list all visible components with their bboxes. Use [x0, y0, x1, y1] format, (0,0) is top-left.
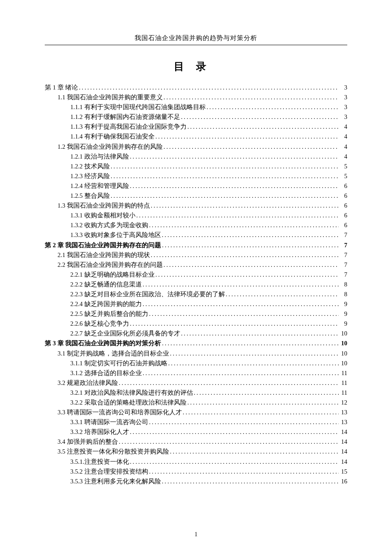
toc-entry-page: 5 — [339, 162, 347, 171]
toc-entry-label: 2.2.7 缺乏企业国际化所必须具备的专才 — [70, 329, 180, 338]
toc-leader-dots — [169, 447, 339, 457]
toc-entry-label: 1.3.2 收购方式多为现金收购 — [70, 220, 148, 230]
toc-entry-page: 10 — [339, 329, 347, 338]
toc-leader-dots — [163, 142, 339, 152]
toc-entry: 1.2.2 技术风险5 — [45, 162, 347, 171]
toc-entry: 第 2 章 我国石油企业跨国并购存在的问题7 — [45, 240, 347, 250]
toc-entry: 3.5.2 注意合理安排投资结构15 — [45, 467, 347, 477]
toc-leader-dots — [155, 132, 339, 142]
toc-entry-label: 1.1 我国石油企业跨国并购的重要意义 — [58, 92, 163, 102]
toc-leader-dots — [129, 181, 339, 191]
toc-entry-page: 3 — [339, 92, 347, 102]
toc-entry: 3.1.1 制定切实可行的石油并购战略 10 — [45, 358, 347, 368]
toc-leader-dots — [163, 260, 339, 270]
toc-entry-page: 6 — [339, 220, 347, 230]
toc-entry: 3.4 加强并购后的整合14 — [45, 437, 347, 447]
toc-entry-label: 第 1 章 绪论 — [45, 83, 78, 92]
toc-entry-page: 6 — [339, 201, 347, 211]
toc-leader-dots — [110, 171, 339, 181]
toc-leader-dots — [148, 417, 339, 427]
toc-entry-page: 14 — [339, 457, 347, 467]
toc-entry-page: 4 — [339, 152, 347, 162]
toc-entry-label: 3.1.1 制定切实可行的石油并购战略 — [70, 358, 167, 368]
toc-entry-label: 3.2 规避政治法律风险 — [58, 378, 118, 388]
toc-leader-dots — [161, 230, 339, 240]
toc-entry-label: 1.1.2 有利于缓解国内石油资源储量不足 — [70, 112, 180, 122]
toc-entry-label: 2.1 我国石油企业跨国并购的现状 — [58, 250, 150, 260]
toc-entry-page: 6 — [339, 211, 347, 220]
toc-entry-page: 11 — [339, 368, 347, 378]
toc-entry: 2.2.6 缺乏核心竞争力9 — [45, 319, 347, 329]
toc-entry-page: 7 — [339, 260, 347, 270]
toc-entry-page: 16 — [339, 477, 347, 486]
toc-entry-label: 3.2.1 对政治风险和法律风险进行有效的评估 — [70, 388, 193, 398]
toc-entry: 1.3.1 收购金额相对较小6 — [45, 211, 347, 220]
toc-entry-label: 1.3 我国石油企业跨国并购的特点 — [58, 201, 150, 211]
toc-entry: 2.2.3 缺乏对目标企业所在国政治、法律环境必要的了解8 — [45, 289, 347, 299]
toc-entry-label: 1.3.1 收购金额相对较小 — [70, 211, 135, 220]
toc-entry-page: 4 — [339, 132, 347, 142]
toc-entry: 3.1.2 选择合适的目标企业11 — [45, 368, 347, 378]
toc-entry: 第 1 章 绪论3 — [45, 83, 347, 92]
toc-leader-dots — [193, 388, 339, 398]
toc-leader-dots — [129, 427, 339, 437]
toc-entry: 3.3.1 聘请国际一流咨询公司13 — [45, 417, 347, 427]
toc-entry-label: 3.5 注意投资一体化和分散投资并购风险 — [58, 447, 169, 457]
toc-entry-page: 11 — [339, 378, 347, 388]
toc-entry: 1.1.2 有利于缓解国内石油资源储量不足3 — [45, 112, 347, 122]
toc-leader-dots — [155, 270, 339, 280]
toc-leader-dots — [135, 211, 339, 220]
toc-entry-label: 1.3.3 收购对象多位于高风险地区 — [70, 230, 161, 240]
toc-leader-dots — [110, 162, 339, 171]
toc-leader-dots — [187, 398, 339, 408]
toc-leader-dots — [148, 467, 339, 477]
toc-leader-dots — [161, 240, 339, 250]
toc-entry: 1.1 我国石油企业跨国并购的重要意义3 — [45, 92, 347, 102]
toc-entry-page: 9 — [339, 309, 347, 319]
toc-entry-page: 7 — [339, 240, 347, 250]
toc-entry-page: 15 — [339, 467, 347, 477]
toc-entry: 2.2.2 缺乏畅通的信息渠道8 — [45, 280, 347, 289]
toc-entry-page: 4 — [339, 142, 347, 152]
toc-leader-dots — [169, 349, 339, 358]
toc-entry-page: 13 — [339, 408, 347, 417]
toc-entry-label: 1.1.1 有利于实现中国现代跨国石油集团战略目标 — [70, 102, 206, 112]
toc-entry-label: 3.3.1 聘请国际一流咨询公司 — [70, 417, 148, 427]
toc-leader-dots — [142, 299, 339, 309]
toc-entry-label: 2.2.6 缺乏核心竞争力 — [70, 319, 129, 329]
toc-entry-page: 6 — [339, 181, 347, 191]
toc-entry-label: 2.2.2 缺乏畅通的信息渠道 — [70, 280, 142, 289]
toc-entry-label: 2.2.4 缺乏跨国并购的能力 — [70, 299, 142, 309]
toc-entry-page: 3 — [339, 102, 347, 112]
toc-entry: 1.1.3 有利于提高我国石油企业国际竞争力4 — [45, 122, 347, 132]
toc-leader-dots — [150, 201, 339, 211]
toc-entry-page: 3 — [339, 112, 347, 122]
toc-entry-label: 3.5.2 注意合理安排投资结构 — [70, 467, 148, 477]
toc-leader-dots — [225, 289, 339, 299]
toc-entry-page: 14 — [339, 447, 347, 457]
toc-entry-label: 3.3 聘请国际一流咨询公司和培养国际化人才 — [58, 408, 182, 417]
toc-entry: 3.2.2 采取合适的策略处理政治和法律风险12 — [45, 398, 347, 408]
toc-entry-label: 2.2 我国石油企业跨国并购存在的问题 — [58, 260, 163, 270]
toc-entry-page: 11 — [339, 388, 347, 398]
toc-leader-dots — [118, 378, 339, 388]
toc-entry-label: 1.2.4 经营和管理风险 — [70, 181, 129, 191]
toc-entry-page: 4 — [339, 122, 347, 132]
toc-entry-label: 2.2.3 缺乏对目标企业所在国政治、法律环境必要的了解 — [70, 289, 225, 299]
toc-entry-label: 1.1.3 有利于提高我国石油企业国际竞争力 — [70, 122, 187, 132]
toc-leader-dots — [148, 220, 339, 230]
toc-leader-dots — [206, 102, 339, 112]
toc-entry-label: 1.2.3 经济风险 — [70, 171, 110, 181]
document-header: 我国石油企业跨国并购的趋势与对策分析 — [45, 34, 347, 45]
toc-entry-label: 1.2 我国石油企业跨国并购存在的风险 — [58, 142, 163, 152]
toc-entry: 1.2.4 经营和管理风险6 — [45, 181, 347, 191]
table-of-contents: 第 1 章 绪论31.1 我国石油企业跨国并购的重要意义31.1.1 有利于实现… — [45, 83, 347, 486]
toc-entry-page: 12 — [339, 398, 347, 408]
toc-entry: 1.3 我国石油企业跨国并购的特点6 — [45, 201, 347, 211]
toc-entry-page: 7 — [339, 230, 347, 240]
toc-entry-label: 2.2.1 缺乏明确的战略目标企业 — [70, 270, 155, 280]
toc-entry-label: 3.5.3 注意利用多元化来化解风险 — [70, 477, 161, 486]
toc-entry: 第 3 章 我国石油企业跨国并购的对策分析10 — [45, 338, 347, 348]
toc-leader-dots — [110, 191, 339, 201]
toc-entry: 2.2.4 缺乏跨国并购的能力9 — [45, 299, 347, 309]
